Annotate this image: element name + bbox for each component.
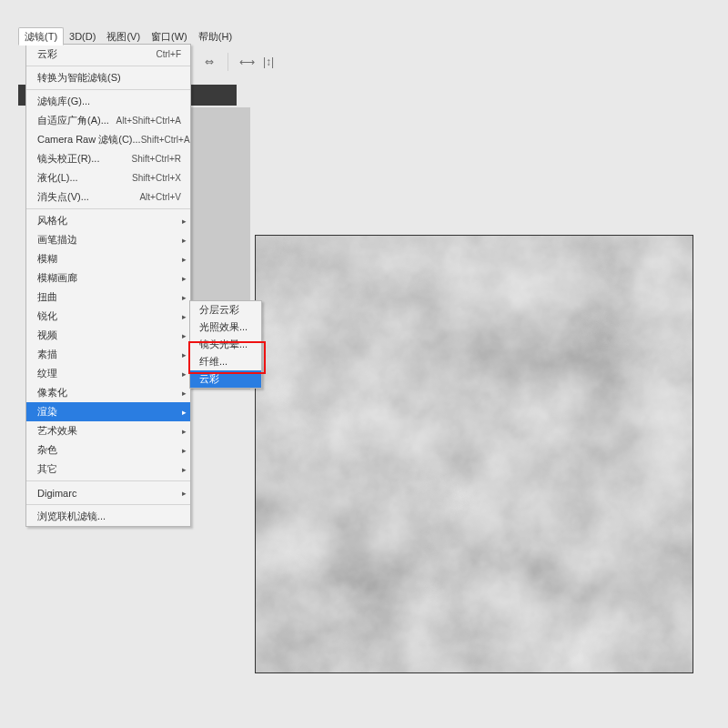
menu-item-label: 模糊 bbox=[37, 252, 57, 266]
menu-separator bbox=[26, 66, 190, 66]
menu-item[interactable]: 风格化 bbox=[26, 211, 190, 230]
menu-1[interactable]: 3D(D) bbox=[64, 28, 101, 45]
submenu-item[interactable]: 云彩 bbox=[190, 370, 261, 388]
menu-separator bbox=[26, 208, 190, 209]
menu-0[interactable]: 滤镜(T) bbox=[18, 27, 64, 46]
menu-item-label: 滤镜库(G)... bbox=[37, 95, 90, 108]
menu-item[interactable]: 扭曲 bbox=[26, 288, 190, 307]
svg-rect-0 bbox=[256, 236, 693, 672]
menu-item-shortcut: Alt+Ctrl+V bbox=[139, 192, 181, 202]
menu-separator bbox=[26, 504, 190, 505]
menu-item-label: 模糊画廊 bbox=[37, 271, 77, 285]
menu-item[interactable]: 模糊画廊 bbox=[26, 268, 190, 288]
menu-item-label: 转换为智能滤镜(S) bbox=[37, 71, 121, 85]
menu-item-shortcut: Alt+Shift+Ctrl+A bbox=[116, 116, 181, 126]
menu-item[interactable]: Camera Raw 滤镜(C)...Shift+Ctrl+A bbox=[26, 130, 190, 149]
menu-item-shortcut: Shift+Ctrl+X bbox=[132, 173, 181, 183]
menu-item[interactable]: 云彩Ctrl+F bbox=[26, 45, 190, 64]
menu-item-label: 视频 bbox=[37, 329, 57, 342]
menu-item-label: 其它 bbox=[37, 462, 57, 476]
menu-item-label: Digimarc bbox=[37, 488, 76, 499]
menu-item-label: 镜头校正(R)... bbox=[37, 152, 99, 166]
menu-item[interactable]: 其它 bbox=[26, 460, 190, 479]
menu-separator bbox=[26, 480, 190, 481]
menu-item[interactable]: 视频 bbox=[26, 326, 190, 345]
menu-item-label: 渲染 bbox=[37, 405, 57, 419]
menu-item[interactable]: 渲染 bbox=[26, 402, 190, 421]
menu-item[interactable]: 纹理 bbox=[26, 364, 190, 383]
menu-item-label: 扭曲 bbox=[37, 290, 57, 304]
submenu-item[interactable]: 分层云彩 bbox=[190, 301, 261, 318]
menu-item[interactable]: 模糊 bbox=[26, 249, 190, 268]
menu-item[interactable]: 转换为智能滤镜(S) bbox=[26, 68, 190, 87]
menu-item[interactable]: 艺术效果 bbox=[26, 421, 190, 440]
menu-item-shortcut: Ctrl+F bbox=[157, 49, 182, 59]
menu-item-label: Camera Raw 滤镜(C)... bbox=[37, 133, 141, 147]
menu-item[interactable]: 自适应广角(A)...Alt+Shift+Ctrl+A bbox=[26, 111, 190, 130]
menu-item[interactable]: 素描 bbox=[26, 345, 190, 364]
canvas[interactable] bbox=[255, 235, 693, 673]
menu-item-label: 画笔描边 bbox=[37, 233, 77, 247]
menu-item-label: 消失点(V)... bbox=[37, 190, 89, 204]
menu-item-shortcut: Shift+Ctrl+A bbox=[141, 135, 190, 145]
submenu-item[interactable]: 纤维... bbox=[190, 353, 261, 370]
menu-item-label: 风格化 bbox=[37, 214, 67, 228]
menu-item[interactable]: 消失点(V)...Alt+Ctrl+V bbox=[26, 187, 190, 207]
menu-item[interactable]: 镜头校正(R)...Shift+Ctrl+R bbox=[26, 149, 190, 168]
tool-icon-d[interactable]: |↕| bbox=[261, 56, 276, 68]
menu-item-label: 纹理 bbox=[37, 367, 57, 380]
menu-item[interactable]: 浏览联机滤镜... bbox=[26, 507, 190, 526]
menu-separator bbox=[26, 89, 190, 90]
menu-item-label: 杂色 bbox=[37, 443, 57, 457]
filter-menu-dropdown[interactable]: 云彩Ctrl+F转换为智能滤镜(S)滤镜库(G)...自适应广角(A)...Al… bbox=[25, 44, 191, 527]
menu-item-label: 素描 bbox=[37, 348, 57, 361]
submenu-item[interactable]: 镜头光晕... bbox=[190, 336, 261, 353]
submenu-item[interactable]: 光照效果... bbox=[190, 318, 261, 336]
toolbar-divider bbox=[228, 53, 228, 71]
option-bar: ⤢ ⇔ ⟷ |↕| bbox=[180, 51, 276, 73]
menu-item[interactable]: 液化(L)...Shift+Ctrl+X bbox=[26, 168, 190, 187]
clouds-render bbox=[256, 236, 693, 672]
menu-bar: 滤镜(T)3D(D)视图(V)窗口(W)帮助(H) bbox=[18, 28, 238, 45]
menu-item-shortcut: Shift+Ctrl+R bbox=[132, 154, 181, 164]
menu-item-label: 自适应广角(A)... bbox=[37, 114, 109, 127]
menu-2[interactable]: 视图(V) bbox=[101, 28, 146, 45]
tool-icon-c[interactable]: ⟷ bbox=[239, 56, 254, 68]
render-submenu[interactable]: 分层云彩光照效果...镜头光晕...纤维...云彩 bbox=[189, 300, 262, 389]
menu-item[interactable]: 锐化 bbox=[26, 307, 190, 326]
menu-item[interactable]: 杂色 bbox=[26, 440, 190, 460]
menu-item[interactable]: 滤镜库(G)... bbox=[26, 92, 190, 111]
menu-item-label: 云彩 bbox=[37, 47, 57, 61]
menu-item[interactable]: 画笔描边 bbox=[26, 230, 190, 249]
menu-4[interactable]: 帮助(H) bbox=[193, 28, 238, 45]
menu-3[interactable]: 窗口(W) bbox=[146, 28, 193, 45]
menu-item-label: 液化(L)... bbox=[37, 171, 78, 185]
menu-item-label: 艺术效果 bbox=[37, 424, 77, 438]
menu-item-label: 像素化 bbox=[37, 386, 67, 399]
tool-icon-b[interactable]: ⇔ bbox=[202, 56, 217, 68]
menu-item-label: 浏览联机滤镜... bbox=[37, 510, 106, 523]
menu-item-label: 锐化 bbox=[37, 309, 57, 323]
menu-item[interactable]: Digimarc bbox=[26, 483, 190, 502]
menu-item[interactable]: 像素化 bbox=[26, 383, 190, 402]
